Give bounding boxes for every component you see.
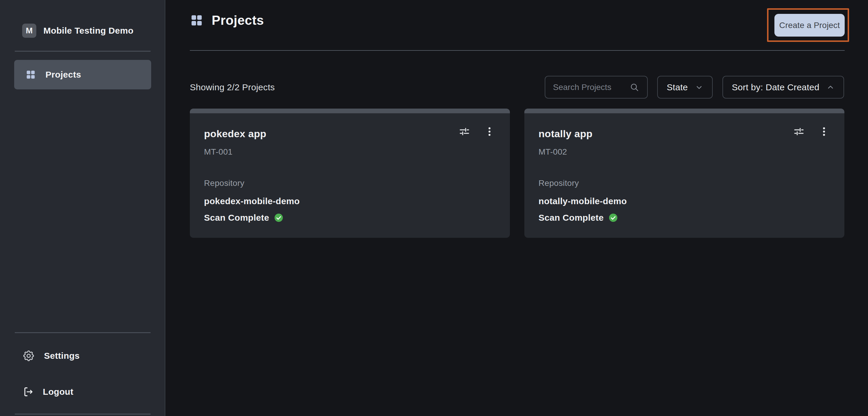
header-divider	[190, 50, 845, 51]
app-name: Mobile Testing Demo	[43, 26, 133, 36]
gear-icon	[22, 349, 35, 362]
check-circle-icon	[274, 213, 283, 222]
state-filter-dropdown[interactable]: State	[657, 76, 713, 99]
repository-label: Repository	[538, 179, 830, 188]
sidebar-item-projects[interactable]: Projects	[14, 60, 151, 89]
project-id: MT-002	[538, 147, 830, 157]
project-id: MT-001	[204, 147, 496, 157]
project-card-grid: pokedex app MT-001 Repository pokedex-mo…	[190, 108, 844, 238]
sidebar-divider-bottom	[15, 332, 151, 333]
sidebar-divider-top	[15, 51, 151, 52]
toolbar: Showing 2/2 Projects State Sort by: Date…	[166, 76, 868, 99]
chevron-up-icon	[826, 83, 835, 92]
kebab-icon	[818, 126, 830, 137]
scan-status: Scan Complete	[204, 213, 269, 223]
card-menu-button[interactable]	[484, 126, 495, 137]
chevron-down-icon	[695, 83, 703, 92]
app-logo: M	[22, 24, 36, 38]
check-circle-icon	[609, 213, 618, 222]
sidebar-divider-footer	[15, 414, 151, 415]
grid-icon	[190, 13, 204, 27]
card-top-strip	[190, 108, 510, 113]
card-configure-button[interactable]	[793, 126, 805, 137]
sidebar-item-logout[interactable]: Logout	[22, 386, 73, 398]
page-title: Projects	[212, 13, 264, 28]
card-top-strip	[524, 108, 844, 113]
repository-label: Repository	[204, 179, 496, 188]
sliders-icon	[459, 126, 470, 137]
repository-name: notally-mobile-demo	[538, 196, 830, 206]
scan-status-row: Scan Complete	[538, 213, 830, 223]
card-configure-button[interactable]	[459, 126, 470, 137]
sidebar-item-label: Projects	[45, 70, 81, 79]
create-project-button[interactable]: Create a Project	[774, 14, 845, 37]
repository-name: pokedex-mobile-demo	[204, 196, 496, 206]
search-box[interactable]	[545, 76, 648, 99]
state-filter-label: State	[666, 82, 688, 92]
kebab-icon	[484, 126, 495, 137]
sort-label: Sort by: Date Created	[732, 82, 819, 92]
project-card-pokedex[interactable]: pokedex app MT-001 Repository pokedex-mo…	[190, 108, 510, 238]
results-summary: Showing 2/2 Projects	[190, 76, 275, 99]
sidebar-item-settings[interactable]: Settings	[22, 349, 80, 362]
project-name: pokedex app	[204, 128, 496, 139]
logout-icon	[22, 386, 34, 398]
project-name: notally app	[538, 128, 830, 139]
sidebar: M Mobile Testing Demo Projects Settings	[0, 0, 165, 416]
app-logo-letter: M	[26, 26, 32, 35]
project-card-notally[interactable]: notally app MT-002 Repository notally-mo…	[524, 108, 844, 238]
page-header: Projects	[190, 13, 264, 28]
card-menu-button[interactable]	[818, 126, 830, 137]
grid-icon	[25, 69, 36, 80]
sliders-icon	[793, 126, 805, 137]
sidebar-item-label: Logout	[43, 387, 73, 397]
sort-dropdown[interactable]: Sort by: Date Created	[722, 76, 844, 99]
main-content: Projects Create a Project Showing 2/2 Pr…	[166, 0, 868, 416]
search-icon	[629, 82, 640, 92]
app-logo-row: M Mobile Testing Demo	[22, 24, 133, 38]
scan-status-row: Scan Complete	[204, 213, 496, 223]
scan-status: Scan Complete	[538, 213, 604, 223]
sidebar-item-label: Settings	[44, 351, 80, 361]
search-input[interactable]	[553, 83, 625, 92]
